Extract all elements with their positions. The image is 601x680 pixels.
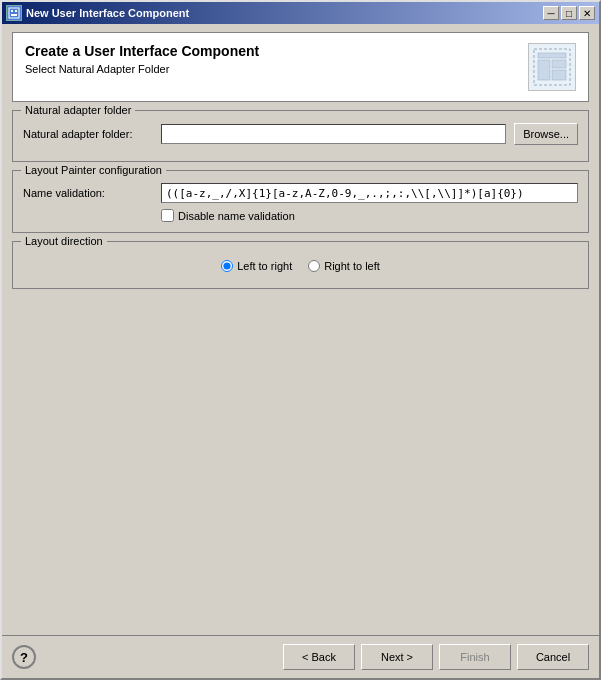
left-to-right-label[interactable]: Left to right [237,260,292,272]
validation-label: Name validation: [23,187,153,199]
page-title: Create a User Interface Component [25,43,259,59]
maximize-button[interactable]: □ [561,6,577,20]
next-button[interactable]: Next > [361,644,433,670]
header-section: Create a User Interface Component Select… [12,32,589,102]
layout-painter-group-content: Name validation: Disable name validation [13,171,588,232]
layout-direction-group-content: Left to right Right to left [13,242,588,288]
navigation-buttons: < Back Next > Finish Cancel [283,644,589,670]
minimize-button[interactable]: ─ [543,6,559,20]
window: New User Interface Component ─ □ ✕ Creat… [0,0,601,680]
browse-button[interactable]: Browse... [514,123,578,145]
svg-rect-8 [552,70,566,80]
svg-rect-1 [11,10,13,12]
header-text: Create a User Interface Component Select… [25,43,259,75]
back-button[interactable]: < Back [283,644,355,670]
svg-rect-0 [9,8,19,18]
title-bar: New User Interface Component ─ □ ✕ [2,2,599,24]
svg-rect-7 [552,60,566,68]
folder-input[interactable] [161,124,506,144]
right-to-left-radio[interactable] [308,260,320,272]
svg-rect-2 [15,10,17,12]
disable-validation-label[interactable]: Disable name validation [178,210,295,222]
right-to-left-label[interactable]: Right to left [324,260,380,272]
folder-field-row: Natural adapter folder: Browse... [23,123,578,145]
close-button[interactable]: ✕ [579,6,595,20]
direction-radio-row: Left to right Right to left [23,254,578,278]
layout-painter-group: Layout Painter configuration Name valida… [12,170,589,233]
folder-label: Natural adapter folder: [23,128,153,140]
button-bar: ? < Back Next > Finish Cancel [2,635,599,678]
header-icon [528,43,576,91]
finish-button[interactable]: Finish [439,644,511,670]
window-icon [6,5,22,21]
window-title: New User Interface Component [26,7,189,19]
validation-input[interactable] [161,183,578,203]
disable-validation-checkbox[interactable] [161,209,174,222]
natural-adapter-group-title: Natural adapter folder [21,104,135,116]
natural-adapter-group-content: Natural adapter folder: Browse... [13,111,588,161]
svg-rect-6 [538,60,550,80]
title-buttons: ─ □ ✕ [543,6,595,20]
left-to-right-radio[interactable] [221,260,233,272]
left-to-right-option: Left to right [221,260,292,272]
layout-direction-group: Layout direction Left to right Right to … [12,241,589,289]
svg-rect-5 [538,53,566,58]
help-button[interactable]: ? [12,645,36,669]
content-area: Create a User Interface Component Select… [2,24,599,635]
page-subtitle: Select Natural Adapter Folder [25,63,259,75]
disable-validation-row: Disable name validation [23,209,578,222]
right-to-left-option: Right to left [308,260,380,272]
layout-direction-group-title: Layout direction [21,235,107,247]
validation-field-row: Name validation: [23,183,578,203]
cancel-button[interactable]: Cancel [517,644,589,670]
natural-adapter-group: Natural adapter folder Natural adapter f… [12,110,589,162]
layout-painter-group-title: Layout Painter configuration [21,164,166,176]
title-bar-left: New User Interface Component [6,5,189,21]
svg-rect-3 [11,14,17,16]
